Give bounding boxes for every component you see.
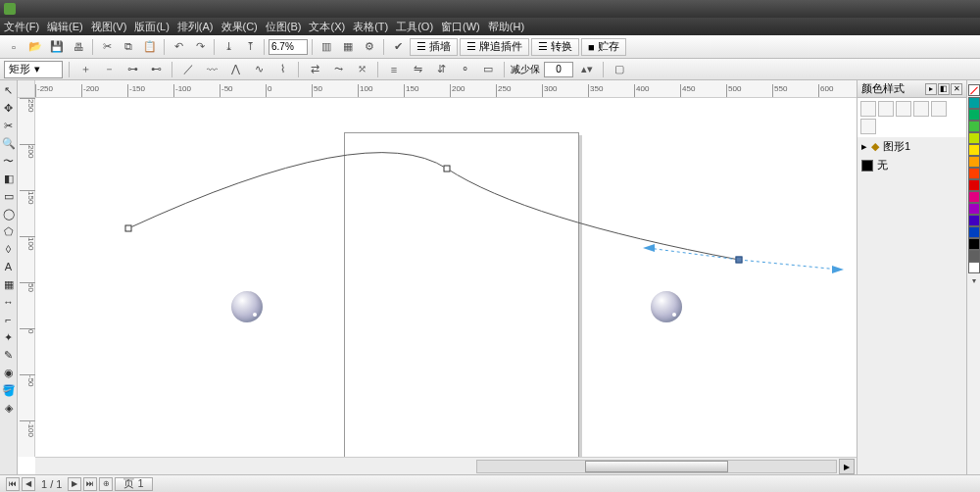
docker-close-icon[interactable]: ✕ [951, 83, 962, 95]
step-input[interactable] [544, 62, 573, 77]
undo-icon[interactable]: ↶ [169, 38, 188, 56]
snap-icon[interactable]: ▥ [317, 38, 336, 56]
color-swatch[interactable] [968, 250, 980, 262]
scroll-right-icon[interactable]: ▶ [839, 459, 855, 474]
cs-icon-3[interactable] [896, 101, 911, 117]
smart-fill-icon[interactable]: ◧ [1, 171, 17, 186]
color-swatch[interactable] [968, 238, 980, 250]
menu-effects[interactable]: 效果(C) [221, 20, 258, 34]
extract-icon[interactable]: ⤱ [352, 61, 371, 78]
color-swatch[interactable] [968, 168, 980, 179]
interactive-fill-icon[interactable]: ◈ [1, 400, 17, 416]
color-swatch[interactable] [968, 203, 980, 215]
new-icon[interactable]: ▫ [4, 38, 24, 56]
color-swatch[interactable] [968, 121, 980, 132]
eyedropper-tool-icon[interactable]: ✎ [1, 347, 17, 363]
docker-menu-icon[interactable]: ▸ [925, 83, 937, 95]
h-scroll-thumb[interactable] [585, 461, 728, 472]
export-icon[interactable]: ⤒ [240, 38, 260, 56]
open-icon[interactable]: 📂 [25, 38, 45, 56]
rectangle-tool-icon[interactable]: ▭ [1, 188, 17, 204]
color-swatch[interactable] [968, 156, 980, 168]
page-next-icon[interactable]: ▶ [68, 477, 81, 491]
h-scroll-track[interactable] [476, 460, 837, 473]
menu-file[interactable]: 文件(F) [4, 20, 39, 34]
table-tool-icon[interactable]: ▦ [1, 276, 17, 292]
polygon-tool-icon[interactable]: ⬠ [1, 223, 17, 239]
options-icon[interactable]: ⚙ [360, 38, 379, 56]
menu-window[interactable]: 窗口(W) [441, 20, 480, 34]
insert-button[interactable]: ☰插墙 [410, 38, 458, 56]
save-icon[interactable]: 💾 [47, 38, 67, 56]
node-start[interactable] [125, 225, 132, 232]
node-mid[interactable] [444, 166, 451, 172]
page-tab-1[interactable]: 页 1 [115, 477, 152, 491]
store-button[interactable]: ■贮存 [581, 38, 626, 56]
page-last-icon[interactable]: ⏭ [83, 477, 97, 491]
menu-layout[interactable]: 版面(L) [134, 20, 169, 34]
ok-icon[interactable]: ✔ [388, 38, 408, 56]
docker-title-colorstyles[interactable]: 颜色样式 ▸ ◧ ✕ [858, 80, 966, 98]
cs-icon-6[interactable] [860, 119, 876, 134]
menu-table[interactable]: 表格(T) [353, 20, 388, 34]
menu-bitmap[interactable]: 位图(B) [266, 20, 302, 34]
select-all-nodes-icon[interactable]: ▭ [478, 61, 498, 78]
ruler-vertical[interactable]: 250200150100500-50-100 [18, 98, 35, 457]
cs-icon-1[interactable] [860, 101, 876, 117]
palette-scroll-icon[interactable]: ▾ [968, 274, 980, 286]
cut-icon[interactable]: ✂ [97, 38, 117, 56]
freehand-tool-icon[interactable]: 〜 [1, 153, 17, 169]
elastic-icon[interactable]: ⚬ [455, 61, 474, 78]
canvas[interactable] [35, 98, 857, 457]
reflect-h-icon[interactable]: ⇋ [408, 61, 427, 78]
page-add-icon[interactable]: ⊕ [99, 477, 113, 491]
cs-icon-2[interactable] [878, 101, 894, 117]
crop-tool-icon[interactable]: ✂ [1, 118, 17, 133]
zoom-input[interactable] [269, 39, 308, 55]
color-swatch[interactable] [968, 262, 980, 273]
redo-icon[interactable]: ↷ [190, 38, 210, 56]
node-add-icon[interactable]: ＋ [75, 61, 95, 78]
page-prev-icon[interactable]: ◀ [22, 477, 35, 491]
cusp-icon[interactable]: ⋀ [225, 61, 245, 78]
docker-pin-icon[interactable]: ◧ [938, 83, 950, 95]
color-swatch[interactable] [968, 144, 980, 156]
layer-expand-icon[interactable]: ▸ [861, 140, 867, 153]
layer-item-1[interactable]: ▸ ◆ 图形1 [858, 137, 966, 156]
shape-tool-icon[interactable]: ✥ [1, 100, 17, 116]
paste-icon[interactable]: 📋 [140, 38, 160, 56]
sphere-object-1[interactable] [231, 291, 263, 322]
menu-arrange[interactable]: 排列(A) [177, 20, 214, 34]
grid-icon[interactable]: ▦ [338, 38, 358, 56]
extend-icon[interactable]: ⤳ [328, 61, 348, 78]
color-swatch[interactable] [968, 109, 980, 121]
color-swatch[interactable] [968, 179, 980, 191]
menu-edit[interactable]: 编辑(E) [47, 20, 83, 34]
reflect-v-icon[interactable]: ⇵ [431, 61, 451, 78]
shape-dropdown[interactable]: 矩形▾ [4, 61, 63, 78]
text-tool-icon[interactable]: A [1, 259, 17, 274]
color-swatch[interactable] [968, 215, 980, 226]
ruler-origin[interactable] [18, 80, 35, 98]
plugin-button[interactable]: ☰牌追插件 [460, 38, 529, 56]
pick-tool-icon[interactable]: ↖ [1, 82, 17, 98]
node-join-icon[interactable]: ⊶ [122, 61, 142, 78]
color-none[interactable] [968, 84, 980, 96]
menu-help[interactable]: 帮助(H) [488, 20, 524, 34]
to-curve-icon[interactable]: 〰 [202, 61, 221, 78]
step-spin-icon[interactable]: ▴▾ [577, 61, 597, 78]
menu-view[interactable]: 视图(V) [91, 20, 127, 34]
node-end[interactable] [736, 257, 743, 264]
to-line-icon[interactable]: ／ [178, 61, 198, 78]
color-swatch[interactable] [968, 132, 980, 144]
print-icon[interactable]: 🖶 [69, 38, 88, 56]
node-break-icon[interactable]: ⊷ [146, 61, 166, 78]
copy-icon[interactable]: ⧉ [119, 38, 138, 56]
menu-tools[interactable]: 工具(O) [396, 20, 433, 34]
layer-item-none[interactable]: 无 [858, 156, 966, 174]
outline-tool-icon[interactable]: ◉ [1, 365, 17, 380]
zoom-tool-icon[interactable]: 🔍 [1, 135, 17, 151]
convert-button[interactable]: ☰转换 [531, 38, 579, 56]
reverse-icon[interactable]: ⇄ [305, 61, 324, 78]
sphere-object-2[interactable] [651, 291, 682, 322]
